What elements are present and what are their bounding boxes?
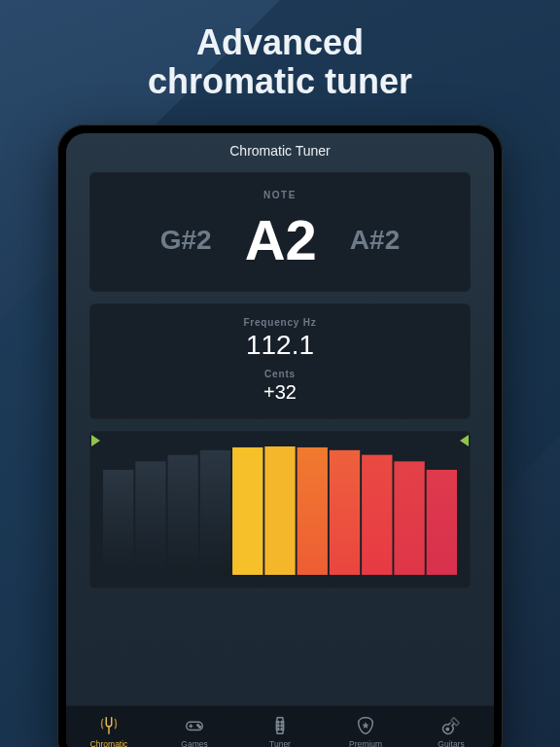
cents-label: Cents [107, 369, 453, 379]
svg-point-8 [281, 729, 283, 730]
svg-point-5 [277, 725, 279, 727]
frequency-label: Frequency Hz [107, 317, 453, 328]
cents-value: +32 [107, 381, 453, 404]
note-row: G#2 A2 A#2 [107, 212, 453, 268]
meter-bar [264, 446, 295, 575]
svg-point-2 [199, 726, 201, 728]
tab-label: Guitars [438, 739, 464, 747]
headline-line-1: Advanced [196, 22, 364, 62]
meter-pointer-right-icon [460, 435, 469, 446]
meter-bar [298, 447, 328, 575]
note-label: NOTE [107, 190, 453, 200]
app-title: Chromatic Tuner [66, 133, 494, 166]
meter-panel [89, 431, 471, 588]
tab-label: Games [181, 739, 207, 747]
svg-point-3 [277, 721, 279, 723]
meter-bar [427, 470, 457, 575]
app-screen: Chromatic Tuner NOTE G#2 A2 A#2 Frequenc… [66, 133, 494, 747]
meter-pointer-left-icon [91, 435, 100, 446]
meter-bar [200, 450, 230, 575]
svg-point-9 [446, 728, 448, 729]
tab-guitars[interactable]: Guitars [408, 715, 494, 747]
svg-point-1 [197, 725, 199, 727]
meter-bar [330, 450, 360, 575]
note-next: A#2 [350, 225, 400, 256]
svg-point-7 [277, 729, 279, 730]
note-panel: NOTE G#2 A2 A#2 [89, 172, 471, 292]
svg-point-4 [281, 721, 283, 723]
note-current: A2 [245, 212, 317, 268]
tab-tuner[interactable]: Tuner [237, 715, 323, 747]
tab-chromatic[interactable]: Chromatic [66, 715, 152, 747]
tuning-fork-icon [98, 715, 120, 736]
tab-label: Tuner [269, 739, 291, 747]
tab-premium[interactable]: Premium [323, 715, 408, 747]
meter-bar [103, 470, 133, 575]
promo-headline: Advanced chromatic tuner [0, 23, 560, 102]
guitar-head-icon [269, 715, 291, 736]
meter-bar [168, 455, 198, 575]
pick-star-icon [355, 715, 376, 736]
svg-point-6 [281, 725, 283, 727]
meter [103, 443, 457, 575]
tab-label: Chromatic [90, 739, 128, 747]
gamepad-icon [184, 715, 205, 736]
tab-games[interactable]: Games [152, 715, 237, 747]
meter-bar [362, 455, 392, 575]
meter-bar [394, 461, 424, 575]
frequency-panel: Frequency Hz 112.1 Cents +32 [89, 303, 471, 419]
meter-bars [103, 443, 457, 575]
meter-bar [232, 447, 262, 575]
tab-label: Premium [349, 739, 382, 747]
frequency-value: 112.1 [107, 330, 453, 361]
guitar-icon [440, 715, 462, 736]
tablet-frame: Chromatic Tuner NOTE G#2 A2 A#2 Frequenc… [57, 124, 503, 747]
headline-line-2: chromatic tuner [148, 61, 412, 101]
meter-bar [135, 461, 165, 575]
note-prev: G#2 [160, 225, 212, 256]
tab-bar: Chromatic Games [66, 705, 494, 747]
